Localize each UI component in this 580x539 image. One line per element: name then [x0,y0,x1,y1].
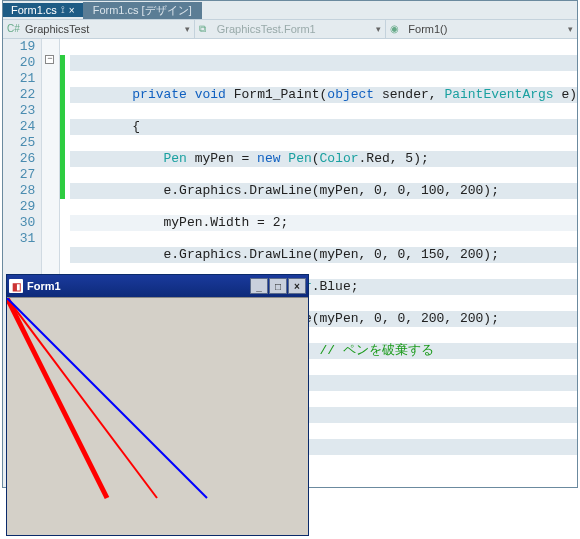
nav-method-label: Form1() [408,23,447,35]
code-line[interactable]: myPen.Width = 2; [70,215,577,231]
fold-toggle-icon[interactable]: − [45,55,54,64]
line-number: 24 [3,119,35,135]
tab-form1-cs[interactable]: Form1.cs ⟟ × [3,3,83,17]
line-number: 21 [3,71,35,87]
maximize-button[interactable]: □ [269,278,287,294]
line-number: 22 [3,87,35,103]
paint-canvas [7,298,308,535]
csharp-project-icon: C# [7,23,21,35]
nav-namespace[interactable]: C# GraphicsTest ▾ [3,20,195,38]
nav-namespace-label: GraphicsTest [25,23,89,35]
code-line[interactable]: e.Graphics.DrawLine(myPen, 0, 0, 100, 20… [70,183,577,199]
drawn-line [7,298,157,498]
code-line[interactable]: { [70,119,577,135]
method-icon: ◉ [390,23,404,35]
navigation-bar: C# GraphicsTest ▾ ⧉ GraphicsTest.Form1 ▾… [3,19,577,39]
titlebar[interactable]: ◧ Form1 _ □ × [7,275,308,297]
tab-label: Form1.cs [11,4,57,16]
code-line[interactable]: private void Form1_Paint(object sender, … [70,87,577,103]
line-number: 28 [3,183,35,199]
nav-class-label: GraphicsTest.Form1 [217,23,316,35]
tab-form1-design[interactable]: Form1.cs [デザイン] [83,2,202,19]
close-icon[interactable]: × [69,5,75,16]
class-icon: ⧉ [199,23,213,35]
form1-window[interactable]: ◧ Form1 _ □ × [6,274,309,536]
app-icon: ◧ [9,279,23,293]
line-number: 20 [3,55,35,71]
drawn-line [7,298,107,498]
chevron-down-icon[interactable]: ▾ [185,24,190,34]
line-number: 27 [3,167,35,183]
nav-method[interactable]: ◉ Form1() ▾ [386,20,577,38]
pin-icon[interactable]: ⟟ [61,4,65,16]
window-buttons: _ □ × [249,278,306,294]
form-client-area [7,297,308,535]
code-line[interactable]: e.Graphics.DrawLine(myPen, 0, 0, 150, 20… [70,247,577,263]
change-mark [60,55,65,199]
line-number: 25 [3,135,35,151]
code-line[interactable]: Pen myPen = new Pen(Color.Red, 5); [70,151,577,167]
nav-class[interactable]: ⧉ GraphicsTest.Form1 ▾ [195,20,387,38]
line-number: 19 [3,39,35,55]
document-tabstrip: Form1.cs ⟟ × Form1.cs [デザイン] [3,1,577,19]
chevron-down-icon[interactable]: ▾ [568,24,573,34]
window-title: Form1 [27,280,61,292]
tab-label: Form1.cs [デザイン] [93,4,192,16]
line-number: 29 [3,199,35,215]
close-button[interactable]: × [288,278,306,294]
line-number: 23 [3,103,35,119]
line-number: 26 [3,151,35,167]
line-number: 31 [3,231,35,247]
line-number: 30 [3,215,35,231]
drawn-line [7,298,207,498]
code-line[interactable] [70,55,577,71]
minimize-button[interactable]: _ [250,278,268,294]
chevron-down-icon[interactable]: ▾ [376,24,381,34]
